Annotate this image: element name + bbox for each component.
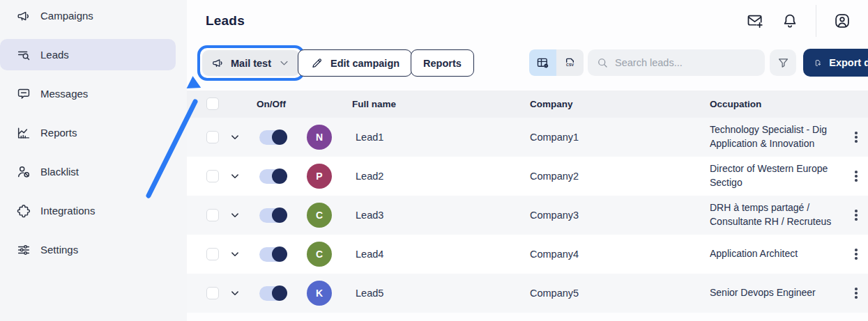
lead-occupation: Technology Specialist - Dig Application … [710,123,846,151]
row-menu-kebab-icon[interactable] [848,129,865,146]
reports-label: Reports [423,58,462,69]
sidebar-item-settings[interactable]: Settings [0,234,176,265]
row-checkbox[interactable] [206,170,219,182]
view-toggle: CSV [529,49,584,76]
row-menu-kebab-icon[interactable] [848,285,865,302]
toolbar: Mail test Edit campaign Reports CSV [187,42,868,91]
sidebar-item-integrations[interactable]: Integrations [0,195,176,226]
occupation-line-1: DRH à temps partagé / [710,201,846,215]
table-row: C Lead3 Company3 DRH à temps partagé / C… [187,196,868,235]
export-data-button[interactable]: Export data [803,49,868,77]
lead-company: Company2 [530,171,710,182]
table-row: K Lead5 Company5 Senior Devops Engineer [187,274,868,313]
page-title: Leads [206,13,245,29]
sliders-icon [16,242,31,258]
onoff-toggle[interactable] [259,208,286,223]
toggle-knob [272,208,287,223]
toggle-knob [272,246,287,262]
table-view-button[interactable] [529,49,556,76]
lead-name: Lead4 [356,249,530,260]
row-menu-kebab-icon[interactable] [848,168,865,185]
edit-pen-icon [310,56,323,70]
row-checkbox[interactable] [206,209,219,221]
search-input[interactable] [615,57,756,68]
table-row: P Lead2 Company2 Director of Western Eur… [187,157,868,196]
select-all-checkbox[interactable] [206,97,219,110]
row-checkbox[interactable] [206,248,219,260]
sidebar-item-messages[interactable]: Messages [0,78,176,109]
lead-name: Lead1 [356,132,530,143]
annotation-highlight-ring: Mail test [197,45,305,81]
lead-occupation: Senior Devops Engineer [710,286,846,300]
topbar-divider [816,5,816,37]
occupation-line-2: Sectigo [710,176,846,190]
sidebar-item-campaigns[interactable]: Campaigns [0,0,176,31]
table-row: C Lead4 Company4 Application Architect [187,235,868,274]
search-icon [596,56,609,69]
onoff-toggle[interactable] [259,247,286,262]
row-expand-chevron-icon[interactable] [229,170,241,182]
row-expand-chevron-icon[interactable] [229,131,241,143]
mail-plus-icon[interactable] [746,12,764,30]
csv-export-button[interactable]: CSV [556,49,584,76]
lead-company: Company3 [530,210,710,221]
export-data-label: Export data [829,57,868,68]
campaign-dropdown[interactable]: Mail test [202,50,300,76]
row-menu-kebab-icon[interactable] [848,246,865,263]
topbar: Leads [187,0,868,42]
sidebar-item-label: Integrations [40,205,95,217]
lead-name: Lead2 [356,171,530,182]
occupation-line-1: Director of Western Europe [710,162,846,176]
avatar: N [307,125,332,150]
sidebar-item-label: Campaigns [40,10,93,22]
toggle-knob [272,130,287,145]
column-header-fullname: Full name [352,91,396,118]
lead-company: Company5 [530,288,710,299]
lead-company: Company1 [530,132,710,143]
row-menu-kebab-icon[interactable] [848,207,865,224]
megaphone-icon [211,56,224,70]
onoff-toggle[interactable] [259,286,286,301]
occupation-line-1: Application Architect [710,247,846,261]
avatar: C [307,242,332,267]
lead-name: Lead3 [356,210,530,221]
svg-text:CSV: CSV [566,63,574,67]
column-header-onoff: On/Off [257,91,286,118]
chevron-down-icon [277,56,291,70]
topbar-actions [746,0,868,42]
row-expand-chevron-icon[interactable] [229,287,241,299]
edit-campaign-button[interactable]: Edit campaign [298,49,412,77]
onoff-toggle[interactable] [259,169,286,184]
leads-table-body: N Lead1 Company1 Technology Specialist -… [187,118,868,313]
lead-company: Company4 [530,249,710,260]
search-box [588,49,765,76]
row-expand-chevron-icon[interactable] [229,248,241,260]
sidebar-item-leads[interactable]: Leads [0,39,176,70]
main-content: Leads Mail test Edit campaign Reports [187,0,868,321]
row-expand-chevron-icon[interactable] [229,209,241,221]
sidebar-item-label: Leads [40,49,69,61]
sidebar-item-label: Reports [40,127,77,139]
sidebar-item-label: Blacklist [40,166,79,178]
row-checkbox[interactable] [206,287,219,299]
sidebar-item-reports[interactable]: Reports [0,117,176,148]
account-icon[interactable] [833,12,851,30]
column-header-occupation: Occupation [710,91,761,118]
occupation-line-2: Application & Innovation [710,137,846,151]
onoff-toggle[interactable] [259,130,286,145]
sidebar-item-label: Messages [40,88,88,100]
sidebar-item-blacklist[interactable]: Blacklist [0,156,176,187]
bell-icon[interactable] [781,12,799,30]
row-checkbox[interactable] [206,131,219,143]
table-row: N Lead1 Company1 Technology Specialist -… [187,118,868,157]
megaphone-icon [16,8,31,24]
occupation-line-1: Senior Devops Engineer [710,286,846,300]
filter-button[interactable] [770,49,796,76]
avatar: P [307,164,332,189]
sidebar-item-label: Settings [40,244,78,256]
reports-button[interactable]: Reports [411,49,474,77]
table-header: On/Off Full name Company Occupation [187,91,868,118]
lead-name: Lead5 [356,288,530,299]
sidebar: Campaigns Leads Messages Reports Blackli… [0,0,187,321]
table-view-icon [535,56,550,70]
